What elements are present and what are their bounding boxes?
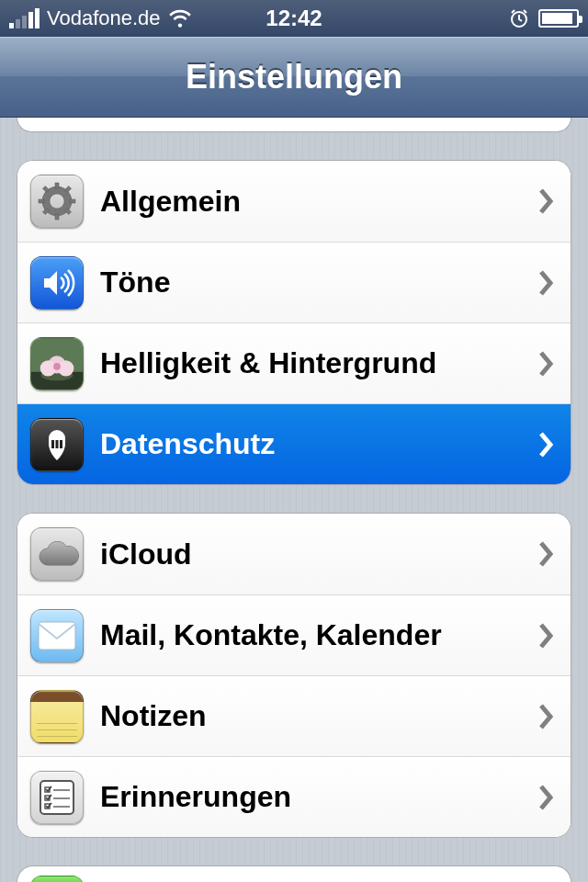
status-bar-right: [509, 8, 579, 28]
alarm-icon: [509, 8, 529, 28]
general-icon: [30, 175, 84, 228]
signal-strength-icon: [9, 8, 40, 28]
chevron-right-icon: [537, 269, 554, 297]
mail-icon: [30, 609, 84, 662]
svg-rect-17: [56, 440, 59, 448]
row-label: Töne: [100, 266, 537, 300]
status-bar: Vodafone.de 12:42: [0, 0, 588, 37]
chevron-right-icon: [537, 187, 554, 215]
chevron-right-icon: [537, 784, 554, 811]
row-general[interactable]: Allgemein: [17, 161, 571, 242]
row-label: Helligkeit & Hintergrund: [100, 346, 537, 380]
content-area: Allgemein Töne: [0, 118, 588, 882]
row-label: Datenschutz: [100, 427, 537, 461]
row-label: Erinnerungen: [100, 780, 537, 814]
status-bar-left: Vodafone.de: [9, 6, 192, 30]
previous-group-edge: [17, 118, 571, 132]
chevron-right-icon: [537, 431, 554, 458]
settings-group-accounts: iCloud Mail, Kontakte, Kalender Notizen: [17, 513, 571, 838]
reminders-icon: [30, 771, 84, 824]
svg-rect-3: [39, 199, 44, 203]
privacy-icon: [30, 418, 84, 471]
carrier-label: Vodafone.de: [47, 6, 161, 30]
svg-rect-16: [51, 440, 54, 448]
notes-icon: [30, 690, 84, 743]
row-label: Notizen: [100, 699, 537, 733]
row-brightness-wallpaper[interactable]: Helligkeit & Hintergrund: [17, 322, 571, 403]
sounds-icon: [30, 256, 84, 310]
row-icloud[interactable]: iCloud: [17, 514, 571, 594]
row-partial[interactable]: [17, 866, 571, 882]
svg-rect-19: [39, 622, 75, 650]
svg-rect-18: [60, 440, 62, 448]
row-label: Allgemein: [100, 185, 537, 219]
brightness-wallpaper-icon: [30, 337, 84, 390]
row-mail-contacts-calendars[interactable]: Mail, Kontakte, Kalender: [17, 594, 571, 675]
wifi-icon: [168, 9, 192, 28]
row-notes[interactable]: Notizen: [17, 675, 571, 756]
row-privacy[interactable]: Datenschutz: [17, 403, 571, 484]
chevron-right-icon: [537, 703, 554, 730]
next-group-edge: [17, 865, 571, 882]
svg-rect-2: [55, 214, 59, 220]
row-label: iCloud: [100, 537, 537, 571]
row-label: Mail, Kontakte, Kalender: [100, 618, 537, 652]
battery-icon: [538, 9, 579, 28]
chevron-right-icon: [537, 622, 554, 650]
chevron-right-icon: [537, 350, 554, 378]
row-sounds[interactable]: Töne: [17, 242, 571, 322]
icloud-icon: [30, 527, 84, 581]
row-reminders[interactable]: Erinnerungen: [17, 756, 571, 837]
navigation-bar: Einstellungen: [0, 37, 588, 118]
svg-rect-1: [55, 183, 59, 188]
settings-group-display: Allgemein Töne: [17, 160, 571, 485]
svg-point-13: [40, 360, 56, 376]
svg-point-15: [53, 363, 61, 370]
svg-point-14: [58, 360, 74, 376]
svg-rect-4: [70, 199, 75, 203]
chevron-right-icon: [537, 540, 554, 568]
phone-icon: [30, 876, 84, 882]
page-title: Einstellungen: [186, 58, 402, 96]
